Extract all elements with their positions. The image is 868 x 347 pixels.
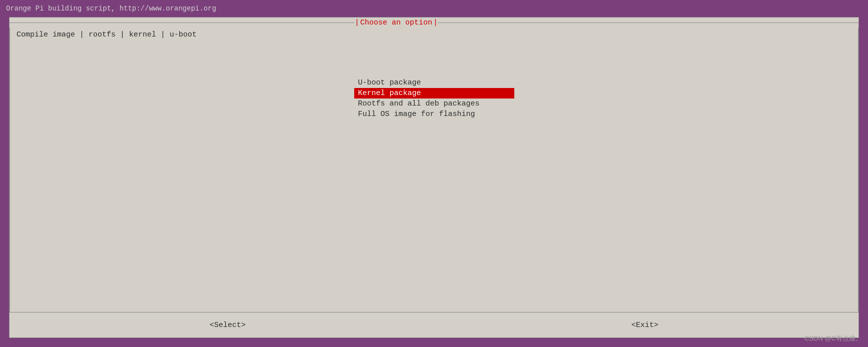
- menu-list: U-boot package Kernel package Rootfs and…: [354, 78, 514, 120]
- breadcrumb-container: Compile image | rootfs | kernel | u-boot: [10, 28, 858, 39]
- border-left: [10, 22, 355, 23]
- border-right: [438, 22, 858, 23]
- title-bar: Orange Pi building script, http://www.or…: [0, 0, 868, 17]
- dialog-title-row: | Choose an option |: [10, 18, 858, 28]
- dialog-content: Compile image | rootfs | kernel | u-boot…: [10, 28, 858, 312]
- select-button[interactable]: <Select>: [210, 321, 246, 330]
- menu-item-fullimage[interactable]: Full OS image for flashing: [354, 109, 514, 120]
- watermark: CSDN @C有点难。: [804, 334, 862, 343]
- main-area: | Choose an option | Compile image | roo…: [9, 17, 859, 338]
- bottom-bar: <Select> <Exit>: [10, 312, 858, 338]
- pipe-right: |: [433, 18, 438, 27]
- border-left-vert: [10, 28, 10, 312]
- border-bottom: [10, 312, 858, 312]
- border-right-vert: [858, 28, 858, 312]
- breadcrumb: Compile image | rootfs | kernel | u-boot: [17, 30, 197, 39]
- menu-item-kernel[interactable]: Kernel package: [354, 88, 514, 98]
- title-bar-text: Orange Pi building script, http://www.or…: [6, 4, 216, 12]
- menu-item-rootfs[interactable]: Rootfs and all deb packages: [354, 98, 514, 109]
- menu-item-uboot[interactable]: U-boot package: [354, 78, 514, 88]
- pipe-left: |: [355, 18, 359, 27]
- exit-button[interactable]: <Exit>: [631, 321, 658, 330]
- dialog-title: Choose an option: [359, 18, 433, 27]
